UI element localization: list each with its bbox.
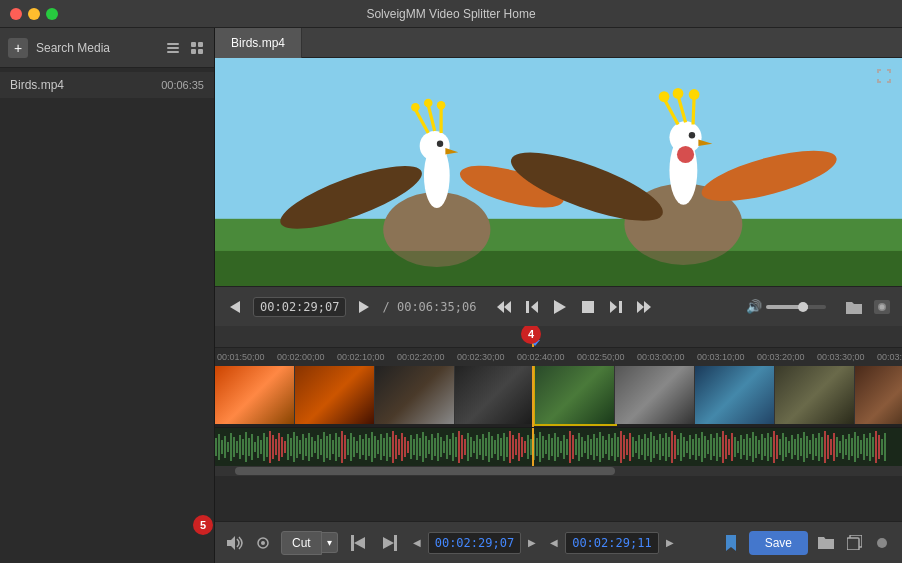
svg-rect-92 bbox=[326, 436, 328, 458]
transport-bar: 00:02:29;07 / 00:06:35;06 bbox=[215, 286, 902, 326]
svg-rect-61 bbox=[233, 437, 235, 457]
current-timecode[interactable]: 00:02:29;07 bbox=[253, 297, 346, 317]
svg-rect-162 bbox=[536, 438, 538, 456]
tc1-prev-button[interactable]: ◀ bbox=[410, 536, 424, 550]
svg-point-21 bbox=[437, 141, 443, 147]
sidebar-view-icons bbox=[164, 39, 206, 57]
svg-rect-222 bbox=[716, 433, 718, 461]
list-view-icon[interactable] bbox=[164, 39, 182, 57]
svg-rect-99 bbox=[347, 439, 349, 455]
svg-rect-100 bbox=[350, 433, 352, 461]
svg-rect-84 bbox=[302, 434, 304, 460]
svg-rect-137 bbox=[461, 435, 463, 459]
settings-button[interactable] bbox=[253, 533, 273, 553]
svg-rect-205 bbox=[665, 433, 667, 461]
minimize-button[interactable] bbox=[28, 8, 40, 20]
svg-rect-233 bbox=[749, 438, 751, 456]
svg-point-32 bbox=[673, 88, 684, 99]
play-button[interactable] bbox=[550, 297, 570, 317]
thumb-6 bbox=[695, 366, 775, 424]
svg-rect-230 bbox=[740, 435, 742, 459]
svg-rect-190 bbox=[620, 431, 622, 463]
rewind-button[interactable] bbox=[494, 297, 514, 317]
step-back-button[interactable] bbox=[522, 297, 542, 317]
tab-birds[interactable]: Birds.mp4 bbox=[215, 28, 302, 58]
svg-rect-148 bbox=[494, 440, 496, 454]
traffic-lights bbox=[10, 8, 58, 20]
svg-rect-117 bbox=[401, 433, 403, 461]
timecode-1[interactable]: 00:02:29;07 bbox=[428, 532, 521, 554]
svg-rect-249 bbox=[797, 434, 799, 460]
svg-rect-224 bbox=[722, 431, 724, 463]
svg-rect-242 bbox=[776, 435, 778, 459]
app-title: SolveigMM Video Splitter Home bbox=[366, 7, 535, 21]
svg-rect-91 bbox=[323, 432, 325, 462]
ruler-label-6: 00:02:50;00 bbox=[577, 352, 625, 362]
svg-rect-169 bbox=[557, 437, 559, 457]
svg-rect-247 bbox=[791, 435, 793, 459]
svg-marker-44 bbox=[554, 300, 566, 314]
timeline-ruler[interactable]: 00:01:50;00 00:02:00;00 00:02:10;00 00:0… bbox=[215, 348, 902, 366]
record-button[interactable] bbox=[872, 533, 892, 553]
ruler-label-0: 00:01:50;00 bbox=[217, 352, 265, 362]
duplicate-button[interactable] bbox=[844, 533, 864, 553]
tc2-prev-button[interactable]: ◀ bbox=[547, 536, 561, 550]
snapshot-button[interactable] bbox=[872, 297, 892, 317]
volume-slider[interactable] bbox=[766, 305, 826, 309]
maximize-button[interactable] bbox=[46, 8, 58, 20]
svg-rect-113 bbox=[389, 437, 391, 457]
volume-icon[interactable]: 🔊 bbox=[746, 299, 762, 314]
open-folder-button[interactable] bbox=[844, 297, 864, 317]
cut-button[interactable]: Cut bbox=[281, 531, 322, 555]
svg-rect-170 bbox=[560, 441, 562, 453]
audio-track[interactable] bbox=[215, 428, 902, 466]
svg-rect-212 bbox=[686, 441, 688, 453]
svg-rect-160 bbox=[530, 439, 532, 455]
tc2-next-button[interactable]: ▶ bbox=[663, 536, 677, 550]
svg-rect-120 bbox=[410, 435, 412, 459]
svg-rect-159 bbox=[527, 435, 529, 459]
svg-rect-154 bbox=[512, 435, 514, 459]
svg-rect-59 bbox=[227, 442, 229, 452]
svg-rect-191 bbox=[623, 435, 625, 459]
fast-forward-button[interactable] bbox=[634, 297, 654, 317]
grid-view-icon[interactable] bbox=[188, 39, 206, 57]
mark-out-button[interactable] bbox=[378, 531, 402, 555]
svg-rect-136 bbox=[458, 431, 460, 463]
svg-rect-133 bbox=[449, 439, 451, 455]
svg-rect-200 bbox=[650, 432, 652, 462]
video-track[interactable] bbox=[215, 366, 902, 428]
close-button[interactable] bbox=[10, 8, 22, 20]
save-button[interactable]: Save bbox=[749, 531, 808, 555]
svg-rect-199 bbox=[647, 438, 649, 456]
svg-rect-204 bbox=[662, 438, 664, 456]
timecode-2[interactable]: 00:02:29;11 bbox=[565, 532, 658, 554]
svg-rect-226 bbox=[728, 439, 730, 455]
svg-rect-172 bbox=[566, 439, 568, 455]
svg-rect-282 bbox=[351, 535, 354, 551]
stop-button[interactable] bbox=[578, 297, 598, 317]
svg-rect-248 bbox=[794, 439, 796, 455]
timeline-scrollbar[interactable] bbox=[215, 466, 902, 476]
tc1-next-button[interactable]: ▶ bbox=[525, 536, 539, 550]
svg-rect-109 bbox=[377, 440, 379, 454]
svg-rect-124 bbox=[422, 432, 424, 462]
add-media-button[interactable]: + bbox=[8, 38, 28, 58]
sidebar-toolbar: + Search Media bbox=[0, 28, 214, 68]
svg-rect-219 bbox=[707, 440, 709, 454]
svg-rect-55 bbox=[215, 438, 217, 456]
content-area: Birds.mp4 bbox=[215, 28, 902, 563]
prev-frame-button[interactable] bbox=[225, 297, 245, 317]
audio-toggle-button[interactable] bbox=[225, 533, 245, 553]
next-frame-button[interactable] bbox=[354, 297, 374, 317]
media-item[interactable]: Birds.mp4 00:06:35 bbox=[0, 72, 214, 98]
step-forward-button[interactable] bbox=[606, 297, 626, 317]
bookmark-button[interactable] bbox=[721, 533, 741, 553]
open-folder-button[interactable] bbox=[816, 533, 836, 553]
scrollbar-thumb[interactable] bbox=[235, 467, 615, 475]
svg-rect-130 bbox=[440, 437, 442, 457]
svg-rect-252 bbox=[806, 436, 808, 458]
cut-dropdown-button[interactable]: ▾ bbox=[322, 532, 338, 553]
fullscreen-button[interactable] bbox=[874, 66, 894, 86]
mark-in-button[interactable] bbox=[346, 531, 370, 555]
